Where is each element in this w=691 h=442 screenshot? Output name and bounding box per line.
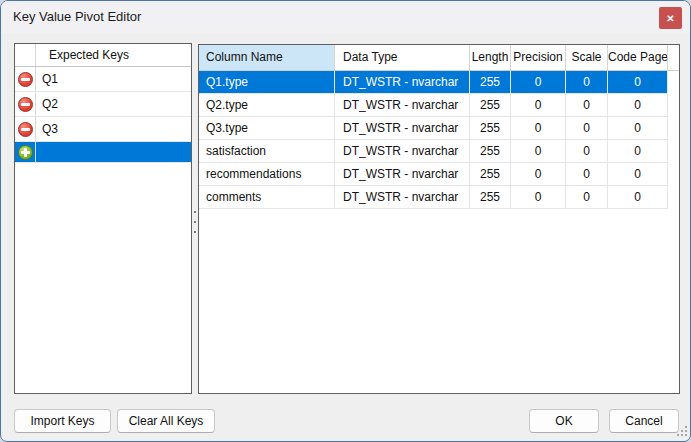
grip-dot (681, 430, 683, 432)
column-header-length[interactable]: Length (470, 45, 511, 70)
column-header-name[interactable]: Column Name (199, 45, 335, 70)
import-keys-button[interactable]: Import Keys (14, 409, 111, 433)
cell-code-page[interactable]: 0 (608, 140, 668, 162)
cell-precision[interactable]: 0 (511, 94, 566, 116)
cell-column-name[interactable]: comments (199, 186, 335, 208)
table-row[interactable]: Q1.type DT_WSTR - nvarchar 255 0 0 0 (199, 71, 668, 94)
ok-button[interactable]: OK (529, 409, 599, 433)
cell-scale[interactable]: 0 (566, 186, 608, 208)
columns-grid: Column Name Data Type Length Precision S… (198, 44, 680, 394)
column-header-precision[interactable]: Precision (511, 45, 566, 70)
table-row[interactable]: comments DT_WSTR - nvarchar 255 0 0 0 (199, 186, 668, 209)
cell-code-page[interactable]: 0 (608, 186, 668, 208)
add-key-icon[interactable] (18, 145, 33, 160)
remove-key-icon[interactable] (18, 72, 33, 87)
cell-data-type[interactable]: DT_WSTR - nvarchar (335, 186, 470, 208)
cancel-button[interactable]: Cancel (609, 409, 679, 433)
cell-length[interactable]: 255 (470, 71, 511, 93)
grip-dot (681, 434, 683, 436)
close-button[interactable]: ✕ (659, 7, 682, 29)
grip-dot (685, 426, 687, 428)
splitter-grip-dot (194, 231, 196, 233)
table-row[interactable]: Q2.type DT_WSTR - nvarchar 255 0 0 0 (199, 94, 668, 117)
cell-scale[interactable]: 0 (566, 117, 608, 139)
expected-keys-grid: Expected Keys Q1 Q2 Q3 (14, 43, 192, 394)
cell-precision[interactable]: 0 (511, 117, 566, 139)
clear-all-keys-button[interactable]: Clear All Keys (117, 409, 215, 433)
cell-length[interactable]: 255 (470, 94, 511, 116)
cell-column-name[interactable]: Q2.type (199, 94, 335, 116)
cell-scale[interactable]: 0 (566, 94, 608, 116)
dialog-title: Key Value Pivot Editor (13, 1, 141, 33)
key-row-q2[interactable]: Q2 (15, 92, 191, 117)
columns-grid-header-row: Column Name Data Type Length Precision S… (199, 45, 679, 71)
cell-length[interactable]: 255 (470, 140, 511, 162)
key-cell[interactable]: Q1 (36, 67, 191, 91)
cell-precision[interactable]: 0 (511, 163, 566, 185)
cell-scale[interactable]: 0 (566, 71, 608, 93)
expected-keys-column-header[interactable]: Expected Keys (36, 44, 191, 66)
cell-length[interactable]: 255 (470, 117, 511, 139)
table-row[interactable]: recommendations DT_WSTR - nvarchar 255 0… (199, 163, 668, 186)
cell-precision[interactable]: 0 (511, 71, 566, 93)
expected-keys-header-row: Expected Keys (15, 44, 191, 67)
cell-data-type[interactable]: DT_WSTR - nvarchar (335, 117, 470, 139)
key-row-q3[interactable]: Q3 (15, 117, 191, 142)
column-header-data-type[interactable]: Data Type (335, 45, 470, 70)
splitter-grip-dot (194, 221, 196, 223)
grip-dot (685, 430, 687, 432)
key-cell[interactable]: Q3 (36, 117, 191, 141)
cell-code-page[interactable]: 0 (608, 71, 668, 93)
column-header-code-page[interactable]: Code Page (608, 45, 668, 70)
cell-code-page[interactable]: 0 (608, 163, 668, 185)
cell-data-type[interactable]: DT_WSTR - nvarchar (335, 163, 470, 185)
cell-scale[interactable]: 0 (566, 163, 608, 185)
table-row[interactable]: Q3.type DT_WSTR - nvarchar 255 0 0 0 (199, 117, 668, 140)
cell-column-name[interactable]: Q1.type (199, 71, 335, 93)
cell-length[interactable]: 255 (470, 186, 511, 208)
cell-column-name[interactable]: recommendations (199, 163, 335, 185)
new-key-input-cell[interactable] (36, 142, 191, 162)
cell-code-page[interactable]: 0 (608, 94, 668, 116)
remove-key-icon[interactable] (18, 122, 33, 137)
cell-precision[interactable]: 0 (511, 186, 566, 208)
table-row[interactable]: satisfaction DT_WSTR - nvarchar 255 0 0 … (199, 140, 668, 163)
grip-dot (677, 434, 679, 436)
cell-data-type[interactable]: DT_WSTR - nvarchar (335, 94, 470, 116)
new-key-row[interactable] (15, 142, 191, 163)
key-value-pivot-editor-dialog: Key Value Pivot Editor ✕ Expected Keys Q… (0, 0, 691, 442)
close-icon: ✕ (666, 13, 674, 24)
remove-key-icon[interactable] (18, 97, 33, 112)
cell-data-type[interactable]: DT_WSTR - nvarchar (335, 140, 470, 162)
cell-column-name[interactable]: satisfaction (199, 140, 335, 162)
grip-dot (685, 434, 687, 436)
cell-scale[interactable]: 0 (566, 140, 608, 162)
column-header-scale[interactable]: Scale (566, 45, 608, 70)
cell-column-name[interactable]: Q3.type (199, 117, 335, 139)
splitter-grip-dot (194, 211, 196, 213)
cell-length[interactable]: 255 (470, 163, 511, 185)
resize-grip[interactable] (675, 426, 687, 438)
title-bar[interactable]: Key Value Pivot Editor ✕ (1, 1, 690, 33)
cell-precision[interactable]: 0 (511, 140, 566, 162)
cell-code-page[interactable]: 0 (608, 117, 668, 139)
cell-data-type[interactable]: DT_WSTR - nvarchar (335, 71, 470, 93)
icon-column-header (15, 44, 36, 66)
key-row-q1[interactable]: Q1 (15, 67, 191, 92)
key-cell[interactable]: Q2 (36, 92, 191, 116)
